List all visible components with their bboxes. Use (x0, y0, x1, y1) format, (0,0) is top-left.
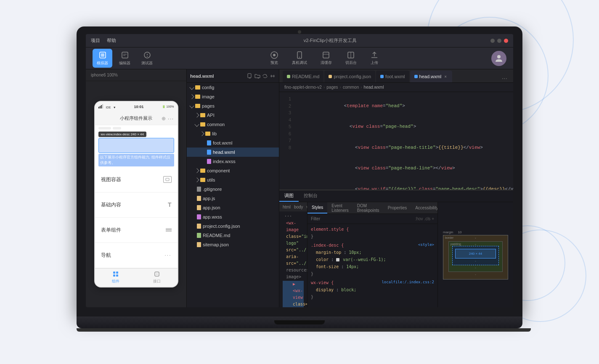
code-plain: < (344, 166, 358, 171)
editor-icon (120, 50, 130, 60)
test-button[interactable]: 测试器 (137, 49, 157, 68)
styles-filter-input[interactable] (311, 216, 413, 221)
styles-tab-styles[interactable]: Styles (307, 202, 327, 214)
tree-pages[interactable]: pages (187, 101, 279, 111)
styles-source-3[interactable]: localfile:/.index.css:2 (382, 279, 434, 285)
phone-tooltip: wx-view.index-desc 240 × 44 (98, 132, 147, 137)
console-tab-label: 控制台 (304, 193, 318, 199)
tree-config[interactable]: config (187, 83, 279, 92)
arrow-icon (189, 85, 194, 90)
code-line-1: <template name="head"> (300, 95, 508, 116)
menu-icon (166, 228, 172, 232)
real-machine-action[interactable]: 真机调试 (289, 49, 310, 67)
tree-root-label: head.wxml (190, 74, 214, 79)
svg-rect-24 (113, 272, 115, 274)
tree-app-json[interactable]: app.json (187, 203, 279, 212)
tree-common[interactable]: common (187, 120, 279, 129)
maximize-button[interactable] (497, 39, 501, 43)
screen: 项目 帮助 v2-FinClip小程序开发工具 (86, 34, 513, 307)
styles-tab-accessibility[interactable]: Accessibility (411, 202, 437, 214)
devtools-breadcrumb: html body wx-view.index wx-view.index-hd… (279, 202, 307, 211)
editor-button[interactable]: 编辑器 (115, 49, 135, 68)
preview-action[interactable]: 预览 (267, 49, 282, 67)
bc-body[interactable]: body (294, 205, 303, 209)
nav-label-2: 基础内容 (101, 201, 121, 208)
styles-prop-display: display : block; (311, 286, 434, 293)
devtools-tab-console[interactable]: 控制台 (299, 190, 323, 202)
window-controls (490, 39, 513, 43)
tree-app-wxss[interactable]: app.wxss (187, 212, 279, 222)
menu-project[interactable]: 项目 (91, 37, 100, 44)
file-tree-panel: head.wxml (187, 69, 279, 307)
test-svg (143, 51, 151, 59)
phone-expand-icon[interactable]: ⊕ (162, 116, 166, 121)
minimize-button[interactable] (490, 39, 495, 43)
styles-tab-properties[interactable]: Properties (384, 202, 411, 214)
tree-app-js[interactable]: app.js (187, 194, 279, 203)
code-lines: <template name="head"> <view class="page… (294, 92, 513, 190)
menu-help[interactable]: 帮助 (107, 37, 116, 44)
close-button[interactable] (504, 39, 508, 43)
nav-item-4[interactable]: 导航 ··· (95, 243, 178, 268)
nav-item-1[interactable]: 视图容器 (95, 167, 178, 193)
arrow-icon (194, 168, 199, 173)
simulator-button[interactable]: 模拟器 (93, 49, 112, 68)
styles-tab-event[interactable]: Event Listeners (327, 202, 353, 214)
test-icon (143, 50, 152, 60)
val-display: block; (341, 288, 356, 292)
code-attr: class (369, 166, 386, 171)
nav-item-2[interactable]: 基础内容 T (95, 193, 178, 218)
bottom-tab-component[interactable]: 组件 (95, 269, 136, 287)
nav-item-3[interactable]: 表单组件 (95, 218, 178, 243)
txt-file-icon (197, 187, 201, 192)
tree-sitemap[interactable]: sitemap.json (187, 240, 279, 249)
tree-new-folder-btn[interactable] (254, 73, 260, 79)
tree-refresh-btn[interactable] (262, 73, 268, 79)
cut-log-action[interactable]: 切后台 (342, 49, 360, 67)
tree-project-config[interactable]: project.config.json (187, 222, 279, 231)
tab-close-button[interactable]: × (443, 74, 448, 79)
tree-image[interactable]: image (187, 92, 279, 101)
phone-more-icon[interactable]: ··· (168, 115, 174, 122)
tab-readme[interactable]: README.md (283, 71, 323, 82)
tab-head-wxml[interactable]: head.wxml × (410, 71, 453, 82)
toolbar-actions: 预览 真机调试 清缓存 (157, 49, 491, 67)
file-label: README.md (203, 233, 230, 238)
code-attr: class (363, 124, 380, 129)
margin-label: border (445, 236, 453, 239)
colon: : (344, 250, 349, 255)
tree-foot-wxml[interactable]: foot.wxml (187, 138, 279, 148)
tree-readme[interactable]: README.md (187, 231, 279, 240)
tab-foot-wxml[interactable]: foot.wxml (376, 71, 409, 82)
upload-action[interactable]: 上传 (367, 49, 382, 67)
line-num-8: 8 (279, 144, 291, 151)
bc-html[interactable]: html (283, 205, 291, 209)
breadcrumb-sep-1: › (323, 85, 325, 90)
tab-more-button[interactable]: ··· (499, 75, 510, 82)
code-tag: view (441, 166, 452, 171)
tree-lib[interactable]: lib (187, 129, 279, 138)
tab-project-config[interactable]: project.config.json (324, 71, 375, 82)
styles-tab-dom[interactable]: DOM Breakpoints (353, 202, 384, 214)
file-label: sitemap.json (203, 242, 229, 247)
bottom-tab-api[interactable]: 接口 (136, 269, 178, 287)
tree-new-file-btn[interactable] (247, 73, 253, 79)
real-machine-icon (295, 51, 304, 59)
tree-collapse-btn[interactable] (270, 73, 276, 79)
devtools-tab-debug[interactable]: 调图 (279, 190, 299, 202)
box-icon (165, 178, 170, 181)
tree-gitignore[interactable]: .gitignore (187, 185, 279, 194)
tree-index-wxss[interactable]: index.wxss (187, 157, 279, 166)
code-line-2: <view class="page-head"> (300, 116, 508, 137)
main-area: iphone6 100% (86, 69, 513, 307)
tree-head-wxml[interactable]: head.wxml (187, 148, 279, 157)
clear-cache-action[interactable]: 清缓存 (317, 49, 335, 67)
wxss-file-icon (207, 159, 211, 164)
tree-component[interactable]: component (187, 166, 279, 175)
code-val: "page-head-desc" (436, 187, 480, 190)
user-avatar[interactable] (491, 51, 506, 66)
line-num-7: 7 (279, 137, 291, 144)
tree-utils[interactable]: utils (187, 175, 279, 185)
tree-api[interactable]: API (187, 111, 279, 120)
styles-source-2[interactable]: <style> (418, 242, 434, 248)
